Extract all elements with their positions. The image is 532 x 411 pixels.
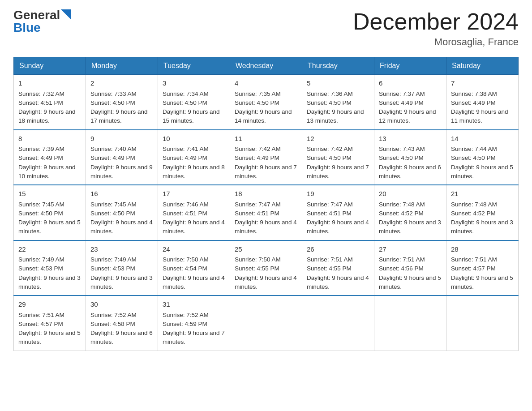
sunrise-label: Sunrise: 7:48 AM [451,201,497,208]
daylight-label: Daylight: 9 hours and 5 minutes. [18,219,81,235]
col-header-sunday: Sunday [14,57,86,75]
daylight-label: Daylight: 9 hours and 3 minutes. [451,219,513,235]
calendar-cell [446,295,519,351]
logo: General Blue [13,9,71,34]
sunrise-label: Sunrise: 7:38 AM [451,90,497,97]
page-header: General Blue December 2024 Morosaglia, F… [13,9,519,48]
sunset-label: Sunset: 4:53 PM [90,265,135,272]
sunrise-label: Sunrise: 7:44 AM [451,146,497,152]
col-header-saturday: Saturday [446,57,519,75]
calendar-cell: 16 Sunrise: 7:45 AM Sunset: 4:50 PM Dayl… [86,185,158,240]
month-title: December 2024 [353,9,519,34]
day-number: 16 [90,189,153,199]
sunrise-label: Sunrise: 7:41 AM [163,146,209,152]
sunrise-label: Sunrise: 7:32 AM [18,90,64,97]
location-title: Morosaglia, France [353,36,519,48]
sunset-label: Sunset: 4:55 PM [235,265,279,272]
sunset-label: Sunset: 4:51 PM [307,210,352,217]
day-number: 1 [18,78,81,89]
calendar-cell [374,295,446,351]
sunset-label: Sunset: 4:49 PM [163,154,207,161]
sunrise-label: Sunrise: 7:51 AM [18,312,64,318]
sunset-label: Sunset: 4:57 PM [451,265,496,272]
calendar-cell: 14 Sunrise: 7:44 AM Sunset: 4:50 PM Dayl… [446,130,519,185]
calendar-cell: 24 Sunrise: 7:50 AM Sunset: 4:54 PM Dayl… [158,240,230,296]
daylight-label: Daylight: 9 hours and 7 minutes. [163,330,225,345]
sunset-label: Sunset: 4:50 PM [379,154,424,161]
calendar-cell: 1 Sunrise: 7:32 AM Sunset: 4:51 PM Dayli… [14,75,86,130]
logo-triangle-icon [61,9,71,19]
sunset-label: Sunset: 4:50 PM [451,154,496,161]
calendar-cell: 31 Sunrise: 7:52 AM Sunset: 4:59 PM Dayl… [158,295,230,351]
sunrise-label: Sunrise: 7:45 AM [18,201,64,208]
sunset-label: Sunset: 4:55 PM [307,265,352,272]
sunrise-label: Sunrise: 7:49 AM [18,256,64,263]
calendar-cell: 26 Sunrise: 7:51 AM Sunset: 4:55 PM Dayl… [302,240,374,296]
daylight-label: Daylight: 9 hours and 3 minutes. [90,274,153,290]
daylight-label: Daylight: 9 hours and 12 minutes. [379,108,436,124]
day-number: 28 [451,244,514,255]
calendar-cell: 8 Sunrise: 7:39 AM Sunset: 4:49 PM Dayli… [14,130,86,185]
sunset-label: Sunset: 4:51 PM [235,210,279,217]
col-header-monday: Monday [86,57,158,75]
daylight-label: Daylight: 9 hours and 10 minutes. [18,164,76,180]
sunrise-label: Sunrise: 7:46 AM [163,201,209,208]
calendar-header-row: Sunday Monday Tuesday Wednesday Thursday… [14,57,519,75]
sunrise-label: Sunrise: 7:34 AM [163,90,209,97]
daylight-label: Daylight: 9 hours and 9 minutes. [90,164,153,180]
daylight-label: Daylight: 9 hours and 7 minutes. [235,164,297,180]
sunset-label: Sunset: 4:59 PM [163,321,207,327]
calendar-week-5: 29 Sunrise: 7:51 AM Sunset: 4:57 PM Dayl… [14,295,519,351]
sunrise-label: Sunrise: 7:51 AM [451,256,497,263]
daylight-label: Daylight: 9 hours and 4 minutes. [235,274,297,290]
day-number: 20 [379,189,442,199]
day-number: 18 [235,189,297,199]
sunrise-label: Sunrise: 7:49 AM [90,256,137,263]
sunrise-label: Sunrise: 7:42 AM [235,146,281,152]
sunset-label: Sunset: 4:50 PM [90,210,135,217]
calendar-cell: 10 Sunrise: 7:41 AM Sunset: 4:49 PM Dayl… [158,130,230,185]
logo-blue-text: Blue [13,21,41,34]
day-number: 8 [18,134,81,144]
calendar-cell: 17 Sunrise: 7:46 AM Sunset: 4:51 PM Dayl… [158,185,230,240]
calendar-cell: 6 Sunrise: 7:37 AM Sunset: 4:49 PM Dayli… [374,75,446,130]
sunrise-label: Sunrise: 7:52 AM [163,312,209,318]
daylight-label: Daylight: 9 hours and 8 minutes. [163,164,225,180]
sunset-label: Sunset: 4:58 PM [90,321,135,327]
day-number: 5 [307,78,369,89]
day-number: 24 [163,244,225,255]
sunset-label: Sunset: 4:49 PM [18,154,63,161]
col-header-wednesday: Wednesday [230,57,302,75]
sunset-label: Sunset: 4:50 PM [307,154,352,161]
daylight-label: Daylight: 9 hours and 4 minutes. [163,219,225,235]
daylight-label: Daylight: 9 hours and 6 minutes. [379,164,441,180]
day-number: 7 [451,78,514,89]
sunrise-label: Sunrise: 7:48 AM [379,201,425,208]
daylight-label: Daylight: 9 hours and 18 minutes. [18,108,76,124]
daylight-label: Daylight: 9 hours and 14 minutes. [235,108,292,124]
col-header-friday: Friday [374,57,446,75]
daylight-label: Daylight: 9 hours and 5 minutes. [451,164,513,180]
sunrise-label: Sunrise: 7:45 AM [90,201,137,208]
daylight-label: Daylight: 9 hours and 4 minutes. [163,274,225,290]
sunset-label: Sunset: 4:51 PM [163,210,207,217]
day-number: 11 [235,134,297,144]
day-number: 23 [90,244,153,255]
sunset-label: Sunset: 4:50 PM [163,99,207,106]
calendar-cell [230,295,302,351]
daylight-label: Daylight: 9 hours and 3 minutes. [379,219,441,235]
sunrise-label: Sunrise: 7:50 AM [163,256,209,263]
day-number: 3 [163,78,225,89]
sunset-label: Sunset: 4:49 PM [235,154,279,161]
day-number: 21 [451,189,514,199]
calendar-week-3: 15 Sunrise: 7:45 AM Sunset: 4:50 PM Dayl… [14,185,519,240]
calendar-cell: 18 Sunrise: 7:47 AM Sunset: 4:51 PM Dayl… [230,185,302,240]
calendar-cell: 13 Sunrise: 7:43 AM Sunset: 4:50 PM Dayl… [374,130,446,185]
calendar-cell: 15 Sunrise: 7:45 AM Sunset: 4:50 PM Dayl… [14,185,86,240]
sunrise-label: Sunrise: 7:39 AM [18,146,64,152]
calendar-cell: 3 Sunrise: 7:34 AM Sunset: 4:50 PM Dayli… [158,75,230,130]
sunrise-label: Sunrise: 7:42 AM [307,146,353,152]
day-number: 12 [307,134,369,144]
calendar-cell: 5 Sunrise: 7:36 AM Sunset: 4:50 PM Dayli… [302,75,374,130]
calendar-cell: 7 Sunrise: 7:38 AM Sunset: 4:49 PM Dayli… [446,75,519,130]
